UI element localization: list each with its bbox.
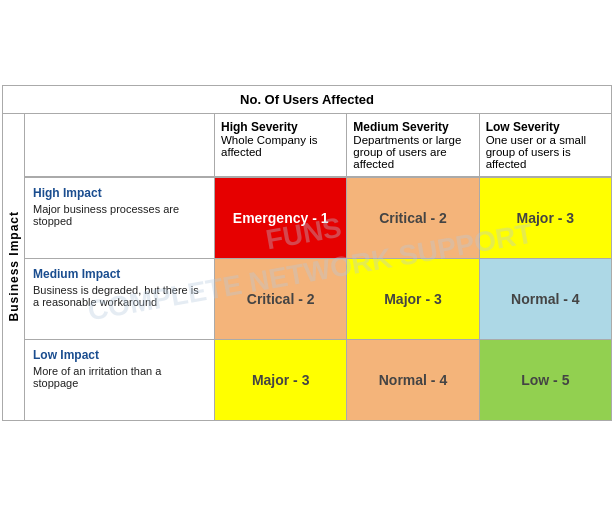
header-row: High Severity Whole Company is affected … <box>25 114 611 177</box>
data-row-0: High Impact Major business processes are… <box>25 177 611 258</box>
col-desc-low: One user or a small group of users is af… <box>486 134 605 170</box>
main-container: FUNSCOMPLETE NETWORK SUPPORT No. Of User… <box>2 85 612 421</box>
cell-label-1-2: Normal - 4 <box>511 291 579 307</box>
top-header: No. Of Users Affected <box>3 86 611 114</box>
data-row-1: Medium Impact Business is degraded, but … <box>25 258 611 339</box>
cell-label-1-0: Critical - 2 <box>247 291 315 307</box>
cell-2-2: Low - 5 <box>480 340 611 420</box>
cell-2-0: Major - 3 <box>215 340 347 420</box>
col-desc-high: Whole Company is affected <box>221 134 340 158</box>
col-desc-medium: Departments or large group of users are … <box>353 134 472 170</box>
main-grid: Business Impact High Severity Whole Comp… <box>3 114 611 420</box>
cell-label-0-1: Critical - 2 <box>379 210 447 226</box>
cell-0-0: Emergency - 1 <box>215 178 347 258</box>
row-label-1: Medium Impact Business is degraded, but … <box>25 259 215 339</box>
col-title-medium: Medium Severity <box>353 120 472 134</box>
cell-1-2: Normal - 4 <box>480 259 611 339</box>
cell-label-0-0: Emergency - 1 <box>233 210 329 226</box>
cell-1-1: Major - 3 <box>347 259 479 339</box>
row-label-2: Low Impact More of an irritation than a … <box>25 340 215 420</box>
cell-label-2-2: Low - 5 <box>521 372 569 388</box>
impact-title-0: High Impact <box>33 186 206 200</box>
cell-0-1: Critical - 2 <box>347 178 479 258</box>
corner-cell <box>25 114 215 176</box>
data-rows: High Impact Major business processes are… <box>25 177 611 420</box>
grid-area: High Severity Whole Company is affected … <box>25 114 611 420</box>
cell-0-2: Major - 3 <box>480 178 611 258</box>
top-header-text: No. Of Users Affected <box>240 92 374 107</box>
cell-label-0-2: Major - 3 <box>517 210 575 226</box>
cell-label-2-0: Major - 3 <box>252 372 310 388</box>
header-col-high: High Severity Whole Company is affected <box>215 114 347 176</box>
col-title-low: Low Severity <box>486 120 605 134</box>
impact-desc-2: More of an irritation than a stoppage <box>33 365 206 389</box>
side-label-wrapper: Business Impact <box>3 114 25 420</box>
row-label-0: High Impact Major business processes are… <box>25 178 215 258</box>
header-col-medium: Medium Severity Departments or large gro… <box>347 114 479 176</box>
cell-2-1: Normal - 4 <box>347 340 479 420</box>
col-title-high: High Severity <box>221 120 340 134</box>
impact-desc-0: Major business processes are stopped <box>33 203 206 227</box>
header-col-low: Low Severity One user or a small group o… <box>480 114 611 176</box>
impact-title-2: Low Impact <box>33 348 206 362</box>
impact-title-1: Medium Impact <box>33 267 206 281</box>
data-row-2: Low Impact More of an irritation than a … <box>25 339 611 420</box>
cell-label-1-1: Major - 3 <box>384 291 442 307</box>
cell-label-2-1: Normal - 4 <box>379 372 447 388</box>
side-label: Business Impact <box>7 207 21 325</box>
impact-desc-1: Business is degraded, but there is a rea… <box>33 284 206 308</box>
cell-1-0: Critical - 2 <box>215 259 347 339</box>
